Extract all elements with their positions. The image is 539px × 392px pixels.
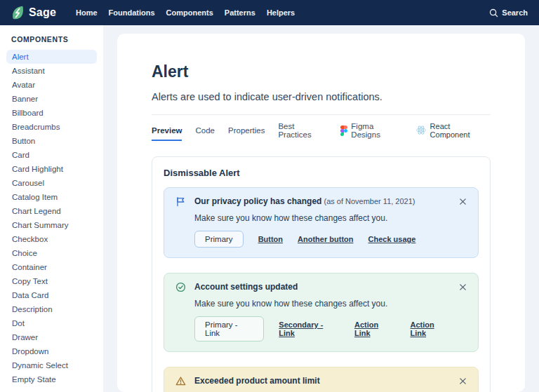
sidebar-item-checkbox[interactable]: Checkbox [6,232,97,246]
sage-leaf-logo [11,6,25,20]
alert-action-action-link[interactable]: Action Link [410,320,451,337]
sidebar-item-data-card[interactable]: Data Card [6,288,97,302]
nav-item-components[interactable]: Components [166,8,213,17]
sidebar-item-chart-legend[interactable]: Chart Legend [6,204,97,218]
alert-title: Account settings updated [194,282,451,292]
figma-icon [340,126,347,136]
alert-warning: Exceeded product amount limitMake sure y… [164,367,479,392]
sidebar-item-dropdown[interactable]: Dropdown [6,344,97,358]
page-title: Alert [152,62,491,81]
tab-label: Properties [228,126,265,135]
alert-action-check-usage[interactable]: Check usage [368,235,416,243]
tab-code[interactable]: Code [195,119,215,141]
tab-preview[interactable]: Preview [152,119,182,141]
tab-label: Best Practices [278,122,327,139]
warning-triangle-icon [175,376,187,387]
alert-title: Exceeded product amount limit [194,376,451,386]
alert-content: Exceeded product amount limitMake sure y… [194,376,451,392]
components-sidebar: COMPONENTS AlertAssistantAvatarBannerBil… [0,25,103,392]
tab-label: Code [195,126,215,135]
sidebar-item-avatar[interactable]: Avatar [6,78,97,92]
alert-title-suffix: (as of November 11, 2021) [321,197,415,205]
nav-item-patterns[interactable]: Patterns [225,8,255,17]
alert-success: Account settings updatedMake sure you kn… [164,273,479,352]
alert-title: Our privacy policy has changed (as of No… [194,196,451,207]
flag-icon [175,196,187,208]
close-icon[interactable] [459,377,467,392]
sidebar-item-carousel[interactable]: Carousel [6,176,97,190]
sidebar-item-breadcrumbs[interactable]: Breadcrumbs [6,120,97,134]
navbar-search[interactable]: Search [489,8,528,18]
alerts-container: Our privacy policy has changed (as of No… [164,187,479,392]
navbar-menu: HomeFoundationsComponentsPatternsHelpers [76,8,295,17]
nav-item-helpers[interactable]: Helpers [267,8,295,17]
sidebar-item-description[interactable]: Description [6,302,97,316]
sidebar-item-catalog-item[interactable]: Catalog Item [6,190,97,204]
react-component-badge[interactable]: React Component [415,122,491,139]
alert-body: Make sure you know how these changes aff… [194,213,451,223]
alert-content: Account settings updatedMake sure you kn… [194,282,451,342]
sidebar-item-card[interactable]: Card [6,148,97,162]
card-title: Dismissable Alert [164,168,479,178]
tab-figma-designs[interactable]: Figma Designs [340,115,401,145]
sidebar-item-card-highlight[interactable]: Card Highlight [6,162,97,176]
content-panel: Alert Alerts are used to indicate user-d… [117,34,525,392]
alert-body: Make sure you know how these changes aff… [194,299,451,309]
sidebar-item-chart-summary[interactable]: Chart Summary [6,218,97,232]
brand-name: Sage [29,6,56,19]
top-navbar: Sage HomeFoundationsComponentsPatternsHe… [0,0,539,25]
sidebar-item-drawer[interactable]: Drawer [6,330,97,344]
alert-actions: Primary - LinkSecondary - LinkAction Lin… [194,316,451,342]
alert-content: Our privacy policy has changed (as of No… [194,196,451,248]
sidebar-item-dynamic-select[interactable]: Dynamic Select [6,358,97,372]
alert-action-primary[interactable]: Primary [194,231,244,248]
page-subtitle: Alerts are used to indicate user-driven … [152,91,491,102]
search-label: Search [502,8,528,17]
alert-action-primary-link[interactable]: Primary - Link [194,316,264,342]
sidebar-items: AlertAssistantAvatarBannerBillboardBread… [0,50,103,386]
sidebar-item-assistant[interactable]: Assistant [6,64,97,78]
tabs: PreviewCodePropertiesBest PracticesFigma… [152,115,415,145]
main-area: Alert Alerts are used to indicate user-d… [103,25,539,392]
tab-best-practices[interactable]: Best Practices [278,115,327,145]
tab-label: Preview [152,126,182,135]
sidebar-item-empty-state[interactable]: Empty State [6,372,97,386]
alert-actions: PrimaryButtonAnother buttonCheck usage [194,231,451,248]
alert-action-another-button[interactable]: Another button [298,235,353,243]
tabs-row: PreviewCodePropertiesBest PracticesFigma… [152,115,491,145]
alert-action-action-link[interactable]: Action Link [354,320,396,337]
tab-properties[interactable]: Properties [228,119,265,141]
alert-action-secondary-link[interactable]: Secondary - Link [279,320,340,337]
sidebar-item-billboard[interactable]: Billboard [6,106,97,120]
sidebar-item-button[interactable]: Button [6,134,97,148]
sidebar-item-choice[interactable]: Choice [6,246,97,260]
react-icon [415,125,427,135]
dismissable-alert-card: Dismissable Alert Our privacy policy has… [152,156,491,392]
alert-info: Our privacy policy has changed (as of No… [164,187,479,258]
close-icon[interactable] [459,283,467,342]
sidebar-item-alert[interactable]: Alert [6,50,97,64]
sage-brand[interactable]: Sage [11,6,56,20]
nav-item-foundations[interactable]: Foundations [109,8,155,17]
nav-item-home[interactable]: Home [76,8,98,17]
alert-action-button[interactable]: Button [258,235,283,243]
close-icon[interactable] [459,198,467,248]
sidebar-item-dot[interactable]: Dot [6,316,97,330]
sidebar-item-container[interactable]: Container [6,260,97,274]
check-circle-icon [175,282,187,293]
react-badge-label: React Component [430,122,491,139]
search-icon [489,8,498,18]
sidebar-item-copy-text[interactable]: Copy Text [6,274,97,288]
sidebar-heading: COMPONENTS [0,35,103,50]
sidebar-item-banner[interactable]: Banner [6,92,97,106]
tab-label: Figma Designs [351,122,401,139]
